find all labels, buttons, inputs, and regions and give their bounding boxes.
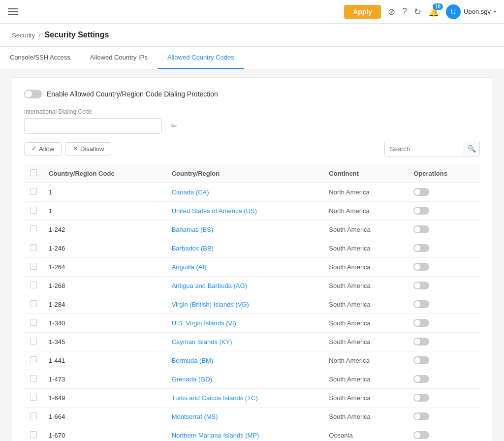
row-checkbox[interactable]	[30, 412, 37, 419]
table-row: 1-345 Cayman Islands (KY) South America	[24, 333, 480, 351]
row-checkbox-cell	[24, 277, 43, 295]
tabs-bar: Console/SSH Access Allowed Country IPs A…	[0, 47, 504, 69]
row-code: 1-264	[43, 258, 166, 277]
row-checkbox-cell	[24, 202, 43, 220]
row-code: 1	[43, 183, 166, 202]
row-operations	[408, 314, 480, 332]
select-all-checkbox[interactable]	[30, 169, 37, 176]
row-toggle[interactable]	[413, 300, 429, 308]
row-country[interactable]: Anguilla (AI)	[166, 258, 323, 277]
row-continent: South America	[323, 314, 408, 333]
breadcrumb: Security / Security Settings	[0, 24, 504, 47]
row-country[interactable]: Montserrat (MS)	[166, 408, 323, 426]
row-toggle[interactable]	[413, 263, 429, 271]
row-continent: South America	[323, 333, 408, 351]
row-toggle[interactable]	[413, 207, 429, 215]
row-continent: South America	[323, 258, 408, 277]
row-checkbox[interactable]	[30, 225, 37, 232]
row-country[interactable]: Virgin (British) Islands (VG)	[166, 295, 323, 314]
row-code: 1-268	[43, 277, 166, 295]
row-operations	[408, 220, 480, 238]
row-code: 1-649	[43, 389, 166, 408]
row-toggle[interactable]	[413, 394, 429, 402]
table-row: 1 United States of America (US) North Am…	[24, 202, 480, 220]
dialing-code-input[interactable]	[24, 118, 162, 134]
check-circle-icon: ✓	[32, 145, 36, 152]
row-country[interactable]: Cayman Islands (KY)	[166, 333, 323, 351]
enable-protection-label: Enable Allowed Country/Region Code Diali…	[47, 90, 218, 98]
row-checkbox[interactable]	[30, 338, 37, 345]
table-row: 1-284 Virgin (British) Islands (VG) Sout…	[24, 295, 480, 314]
row-toggle[interactable]	[413, 225, 429, 233]
search-input[interactable]	[385, 145, 464, 153]
row-checkbox[interactable]	[30, 431, 37, 438]
nav-right: Apply ⊘ ? ↻ 🔔 10 U Upon.sgv ▾	[344, 4, 496, 19]
row-continent: South America	[323, 277, 408, 295]
table-row: 1-264 Anguilla (AI) South America	[24, 258, 480, 277]
row-checkbox[interactable]	[30, 375, 37, 382]
allow-label: Allow	[39, 145, 54, 153]
row-checkbox-cell	[24, 426, 43, 441]
row-operations	[408, 408, 480, 425]
enable-protection-row: Enable Allowed Country/Region Code Diali…	[24, 90, 480, 98]
breadcrumb-parent[interactable]: Security	[12, 32, 35, 39]
nav-left	[8, 8, 18, 15]
user-menu[interactable]: U Upon.sgv ▾	[446, 4, 496, 19]
help-icon[interactable]: ?	[402, 6, 407, 17]
row-country[interactable]: Turks and Caicos Islands (TC)	[166, 389, 323, 408]
notification-badge: 10	[433, 3, 443, 10]
mask-icon[interactable]: ⊘	[388, 6, 395, 17]
row-toggle[interactable]	[413, 338, 429, 346]
row-country[interactable]: U.S. Virgin Islands (VI)	[166, 314, 323, 333]
row-country[interactable]: Grenada (GD)	[166, 370, 323, 389]
row-toggle[interactable]	[413, 282, 429, 289]
row-toggle[interactable]	[413, 244, 429, 252]
table-row: 1-242 Bahamas (BS) South America	[24, 220, 480, 239]
user-name-label: Upon.sgv	[464, 8, 491, 15]
search-icon[interactable]: 🔍	[464, 141, 479, 157]
disallow-button[interactable]: ✕ Disallow	[65, 142, 111, 156]
row-toggle[interactable]	[413, 356, 429, 364]
search-box: 🔍	[384, 141, 480, 157]
row-country[interactable]: Northern Mariana Islands (MP)	[166, 426, 323, 441]
row-checkbox[interactable]	[30, 207, 37, 214]
row-operations	[408, 426, 480, 440]
apply-button[interactable]: Apply	[344, 5, 381, 19]
row-checkbox[interactable]	[30, 300, 37, 307]
row-checkbox[interactable]	[30, 188, 37, 195]
row-checkbox[interactable]	[30, 394, 37, 401]
row-continent: South America	[323, 220, 408, 239]
row-code: 1-284	[43, 295, 166, 314]
row-checkbox[interactable]	[30, 244, 37, 251]
row-checkbox[interactable]	[30, 263, 37, 270]
row-toggle[interactable]	[413, 431, 429, 439]
row-checkbox[interactable]	[30, 319, 37, 326]
row-code: 1-473	[43, 370, 166, 389]
enable-protection-toggle[interactable]	[24, 90, 42, 98]
row-toggle[interactable]	[413, 188, 429, 196]
row-country[interactable]: Bermuda (BM)	[166, 351, 323, 370]
row-country[interactable]: Bahamas (BS)	[166, 220, 323, 239]
header-country: Country/Region	[166, 164, 323, 183]
row-toggle[interactable]	[413, 375, 429, 383]
row-continent: South America	[323, 408, 408, 426]
tab-country-codes[interactable]: Allowed Country Codes	[158, 47, 244, 69]
notification-bell[interactable]: 🔔 10	[428, 6, 439, 17]
row-continent: South America	[323, 370, 408, 389]
row-toggle[interactable]	[413, 412, 429, 420]
row-country[interactable]: Canada (CA)	[166, 183, 323, 202]
allow-button[interactable]: ✓ Allow	[24, 142, 62, 156]
tab-console-ssh[interactable]: Console/SSH Access	[0, 47, 80, 69]
menu-icon[interactable]	[8, 8, 18, 15]
tab-country-ips[interactable]: Allowed Country IPs	[80, 47, 158, 69]
dialing-code-label: International Dialing Code	[24, 108, 480, 115]
edit-icon[interactable]: ✏	[166, 118, 182, 134]
row-checkbox[interactable]	[30, 356, 37, 363]
row-country[interactable]: United States of America (US)	[166, 202, 323, 220]
row-country[interactable]: Antigua and Barbuda (AG)	[166, 277, 323, 295]
sync-icon[interactable]: ↻	[414, 6, 421, 17]
row-checkbox[interactable]	[30, 282, 37, 288]
row-operations	[408, 183, 480, 201]
row-country[interactable]: Barbados (BB)	[166, 239, 323, 258]
row-toggle[interactable]	[413, 319, 429, 327]
